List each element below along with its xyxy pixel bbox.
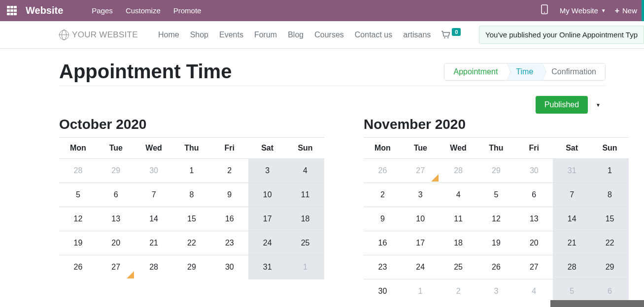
nav-home[interactable]: Home: [153, 31, 185, 39]
calendar-day[interactable]: 8: [591, 183, 629, 207]
calendar-day[interactable]: 19: [59, 231, 97, 255]
calendar-day[interactable]: 23: [210, 231, 248, 255]
calendar-day[interactable]: 5: [477, 183, 515, 207]
calendar-day[interactable]: 27: [97, 255, 135, 279]
calendar-day[interactable]: 30: [135, 159, 173, 183]
nav-pages[interactable]: Pages: [85, 6, 119, 15]
calendar-day[interactable]: 2: [440, 279, 477, 304]
calendar-day[interactable]: 9: [364, 207, 402, 231]
calendar-day[interactable]: 1: [402, 279, 440, 304]
day-header: Sun: [286, 138, 324, 159]
nav-shop[interactable]: Shop: [185, 31, 214, 39]
calendar-day[interactable]: 27: [515, 255, 553, 279]
calendar-day[interactable]: 30: [515, 159, 553, 183]
calendar-day[interactable]: 19: [477, 231, 515, 255]
calendar-day[interactable]: 23: [364, 255, 402, 279]
calendar-day[interactable]: 15: [591, 207, 629, 231]
calendar-day[interactable]: 3: [477, 279, 515, 304]
apps-icon[interactable]: [7, 6, 17, 16]
calendar-day[interactable]: 26: [59, 255, 97, 279]
nav-courses[interactable]: Courses: [309, 31, 349, 39]
new-button[interactable]: + New: [615, 6, 637, 15]
calendar-day[interactable]: 1: [591, 159, 629, 183]
calendar-day[interactable]: 12: [59, 207, 97, 231]
calendar-day[interactable]: 18: [440, 231, 477, 255]
day-header: Mon: [364, 138, 402, 159]
calendar-day[interactable]: 6: [97, 183, 135, 207]
calendar-day[interactable]: 28: [59, 159, 97, 183]
calendar-day[interactable]: 26: [477, 255, 515, 279]
calendar-day[interactable]: 5: [59, 183, 97, 207]
calendar-day[interactable]: 2: [364, 183, 402, 207]
mobile-preview-icon[interactable]: [538, 4, 551, 17]
nav-events[interactable]: Events: [214, 31, 249, 39]
calendar-day[interactable]: 4: [440, 183, 477, 207]
calendar-day[interactable]: 17: [248, 207, 286, 231]
calendar-day[interactable]: 16: [210, 207, 248, 231]
calendar-day[interactable]: 27: [402, 159, 440, 183]
calendar-day[interactable]: 29: [477, 159, 515, 183]
calendar-day[interactable]: 30: [364, 279, 402, 304]
calendar-day[interactable]: 4: [286, 159, 324, 183]
calendar-day[interactable]: 3: [248, 159, 286, 183]
calendar-day[interactable]: 29: [591, 255, 629, 279]
svg-point-2: [444, 37, 446, 38]
calendar-day[interactable]: 20: [97, 231, 135, 255]
nav-promote[interactable]: Promote: [167, 6, 208, 15]
calendar-day[interactable]: 20: [515, 231, 553, 255]
nav-contact[interactable]: Contact us: [349, 31, 398, 39]
calendar-day[interactable]: 22: [591, 231, 629, 255]
calendar-day[interactable]: 30: [210, 255, 248, 279]
calendar-day[interactable]: 24: [248, 231, 286, 255]
calendar-day[interactable]: 3: [402, 183, 440, 207]
calendar-day[interactable]: 24: [402, 255, 440, 279]
calendar-day[interactable]: 31: [553, 159, 591, 183]
calendar-day[interactable]: 2: [210, 159, 248, 183]
nav-artisans[interactable]: artisans: [398, 31, 436, 39]
calendar-day[interactable]: 18: [286, 207, 324, 231]
calendar-day[interactable]: 29: [173, 255, 211, 279]
calendar-day[interactable]: 11: [286, 183, 324, 207]
my-website-dropdown[interactable]: My Website ▼: [560, 6, 606, 15]
calendar-day[interactable]: 7: [135, 183, 173, 207]
calendar-day[interactable]: 13: [515, 207, 553, 231]
calendar-day[interactable]: 11: [440, 207, 477, 231]
step-time[interactable]: Time: [507, 63, 542, 80]
calendar-day[interactable]: 1: [286, 255, 324, 279]
calendar-day[interactable]: 17: [402, 231, 440, 255]
published-button[interactable]: Published: [536, 96, 588, 114]
calendar-day[interactable]: 10: [248, 183, 286, 207]
calendar-day[interactable]: 29: [97, 159, 135, 183]
calendar-day[interactable]: 12: [477, 207, 515, 231]
calendar-day[interactable]: 25: [440, 255, 477, 279]
calendar-day[interactable]: 16: [364, 231, 402, 255]
calendar-day[interactable]: 15: [173, 207, 211, 231]
nav-customize[interactable]: Customize: [119, 6, 167, 15]
calendar-day[interactable]: 21: [553, 231, 591, 255]
published-dropdown-caret-icon[interactable]: ▼: [593, 99, 604, 111]
calendar-day[interactable]: 9: [210, 183, 248, 207]
calendar-day[interactable]: 6: [515, 183, 553, 207]
site-logo[interactable]: YOUR WEBSITE: [59, 30, 138, 40]
calendar-day[interactable]: 26: [364, 159, 402, 183]
calendar-day[interactable]: 10: [402, 207, 440, 231]
calendar-day[interactable]: 14: [553, 207, 591, 231]
calendar-day[interactable]: 31: [248, 255, 286, 279]
calendar-day[interactable]: 21: [135, 231, 173, 255]
calendar-day[interactable]: 7: [553, 183, 591, 207]
nav-blog[interactable]: Blog: [282, 31, 309, 39]
nav-forum[interactable]: Forum: [249, 31, 282, 39]
calendar-day[interactable]: 22: [173, 231, 211, 255]
calendar-day[interactable]: 28: [440, 159, 477, 183]
calendar-day[interactable]: 13: [97, 207, 135, 231]
calendar-day[interactable]: 8: [173, 183, 211, 207]
calendar-day[interactable]: 1: [173, 159, 211, 183]
step-appointment[interactable]: Appointment: [444, 63, 507, 80]
calendar-day[interactable]: 28: [135, 255, 173, 279]
calendar-day[interactable]: 25: [286, 231, 324, 255]
step-confirmation[interactable]: Confirmation: [542, 63, 605, 80]
cart-button[interactable]: 0: [441, 31, 461, 39]
calendar-day[interactable]: 28: [553, 255, 591, 279]
calendar-day[interactable]: 4: [515, 279, 553, 304]
calendar-day[interactable]: 14: [135, 207, 173, 231]
